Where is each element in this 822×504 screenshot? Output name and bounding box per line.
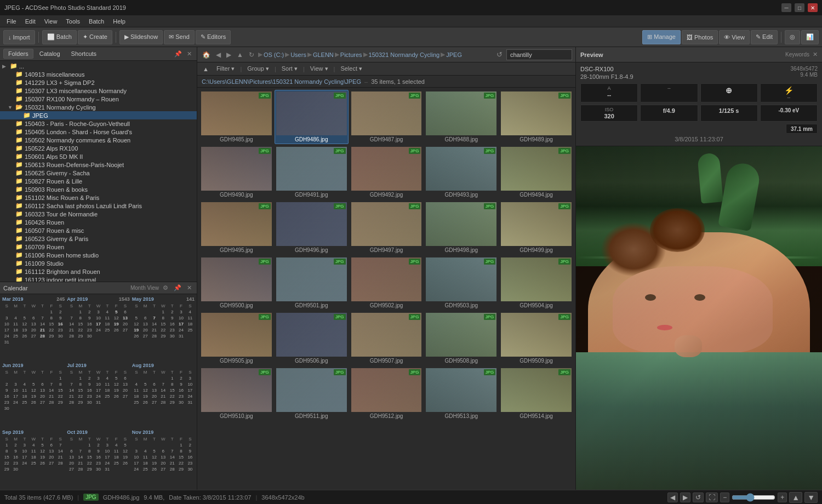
calendar-day[interactable]: 26 [20,333,29,339]
calendar-day[interactable]: 4 [132,381,141,387]
calendar-day[interactable]: 19 [132,327,141,333]
tree-item-150601[interactable]: 📁 150601 Alps 5D MK II [0,152,197,161]
tree-item-150903[interactable]: 📁 150903 Rouen & books [0,185,197,193]
tree-item-161123[interactable]: 📁 161123 indoor petit journal [0,276,197,282]
calendar-day[interactable]: 5 [132,315,141,321]
calendar-day[interactable]: 6 [121,375,129,381]
calendar-day[interactable]: 1 [168,375,176,381]
thumbnail-item[interactable]: JPGGDH9490.jpg [199,145,273,199]
calendar-day[interactable]: 19 [112,321,121,327]
calendar-day[interactable]: 13 [67,454,76,460]
thumbnail-item[interactable]: JPGGDH9501.jpg [275,256,349,310]
calendar-day[interactable]: 8 [56,381,65,387]
calendar-day[interactable]: 3 [94,375,102,381]
calendar-day[interactable]: 18 [29,454,38,460]
calendar-day[interactable]: 17 [186,387,195,393]
calendar-day[interactable]: 24 [11,399,20,405]
calendar-day[interactable]: 20 [141,327,150,333]
calendar-day[interactable]: 29 [85,466,94,472]
calendar-settings-button[interactable]: ⚙ [161,284,170,292]
calendar-day[interactable]: 2 [85,309,94,315]
calendar-day[interactable]: 18 [132,393,141,399]
calendar-day[interactable]: 6 [159,448,168,454]
calendar-day[interactable]: 7 [159,381,168,387]
calendar-day[interactable]: 10 [94,315,102,321]
thumbnail-item[interactable]: JPGGDH9506.jpg [275,311,349,365]
calendar-day[interactable]: 27 [38,399,47,405]
calendar-day[interactable]: 2 [186,442,195,448]
calendar-day[interactable]: 30 [94,466,102,472]
tree-item-161112[interactable]: 📁 161112 Brighton and Rouen [0,267,197,276]
calendar-day[interactable]: 26 [141,399,150,405]
calendar-day[interactable]: 10 [94,381,102,387]
thumbnail-item[interactable]: JPGGDH9510.jpg [199,366,273,421]
path-os[interactable]: OS (C:) [264,51,284,58]
calendar-day[interactable]: 19 [38,454,47,460]
calendar-day[interactable]: 18 [186,321,195,327]
calendar-day[interactable]: 9 [11,448,20,454]
tree-item-150405[interactable]: 📁 150405 London - Shard - Horse Guard's [0,128,197,136]
tree-item-150625[interactable]: 📁 150625 Giverny - Sacha [0,169,197,177]
calendar-day[interactable]: 18 [103,321,112,327]
slideshow-button[interactable]: ▶ Slideshow [119,30,163,44]
tree-item-150307a[interactable]: 📁 150307 LX3 miscellaneous Normandy [0,87,197,95]
calendar-day[interactable]: 28 [38,333,47,339]
calendar-day[interactable]: 18 [112,454,121,460]
maximize-button[interactable]: □ [795,3,804,12]
nav-up-button[interactable]: ▲ [235,50,245,60]
calendar-day[interactable]: 30 [85,333,94,339]
calendar-day[interactable]: 8 [47,315,56,321]
calendar-day[interactable]: 12 [132,321,141,327]
calendar-day[interactable]: 8 [2,448,11,454]
calendar-day[interactable]: 18 [103,387,112,393]
calendar-pin-button[interactable]: 📌 [172,284,183,292]
calendar-day[interactable]: 19 [141,393,150,399]
calendar-day[interactable]: 26 [38,460,47,466]
calendar-day[interactable]: 22 [2,460,11,466]
calendar-day[interactable]: 1 [2,442,11,448]
path-users[interactable]: Users [290,51,306,58]
tree-item-160426[interactable]: 📁 160426 Rouen [0,218,197,226]
calendar-day[interactable]: 21 [67,393,76,399]
calendar-day[interactable]: 5 [29,381,38,387]
calendar-day[interactable]: 22 [168,393,176,399]
calendar-day[interactable]: 2 [85,375,94,381]
calendar-day[interactable]: 22 [47,327,56,333]
calendar-day[interactable]: 17 [11,393,20,399]
calendar-day[interactable]: 6 [29,315,38,321]
calendar-day[interactable]: 25 [141,466,150,472]
calendar-day[interactable]: 22 [159,327,168,333]
nav-refresh-button[interactable]: ↻ [247,50,256,60]
tree-item-150502[interactable]: 📁 150502 Normandy communes & Rouen [0,136,197,144]
calendar-day[interactable]: 2 [56,309,65,315]
calendar-day[interactable]: 28 [150,333,158,339]
edit-button[interactable]: ✎ Edit [751,30,778,44]
scroll-down-button[interactable]: ▼ [804,492,818,503]
calendar-day[interactable]: 16 [94,454,102,460]
tree-item-150403[interactable]: 📁 150403 - Paris - Roche-Guyon-Vetheull [0,119,197,128]
calendar-day[interactable]: 24 [94,393,102,399]
tab-shortcuts[interactable]: Shortcuts [66,49,101,59]
calendar-day[interactable]: 29 [76,333,85,339]
path-pictures[interactable]: Pictures [340,51,362,58]
zoom-slider[interactable] [732,493,775,502]
calendar-day[interactable]: 25 [11,333,20,339]
calendar-day[interactable]: 3 [11,381,20,387]
calendar-day[interactable]: 12 [121,448,129,454]
calendar-day[interactable]: 29 [159,333,168,339]
calendar-day[interactable]: 17 [94,387,102,393]
calendar-day[interactable]: 26 [29,399,38,405]
calendar-day[interactable]: 22 [76,327,85,333]
calendar-day[interactable]: 15 [76,387,85,393]
calendar-day[interactable]: 1 [76,309,85,315]
calendar-day[interactable]: 28 [159,399,168,405]
import-button[interactable]: ↓↓ ImportImport [3,30,35,44]
close-button[interactable]: ✕ [808,3,818,12]
path-jpeg[interactable]: JPEG [446,51,462,58]
thumbnail-item[interactable]: JPGGDH9511.jpg [275,366,349,421]
calendar-day[interactable]: 10 [132,454,141,460]
calendar-day[interactable]: 21 [38,327,47,333]
calendar-day[interactable]: 7 [150,315,158,321]
calendar-day[interactable]: 15 [168,387,176,393]
tree-item-141229[interactable]: 📁 141229 LX3 + Sigma DP2 [0,78,197,87]
